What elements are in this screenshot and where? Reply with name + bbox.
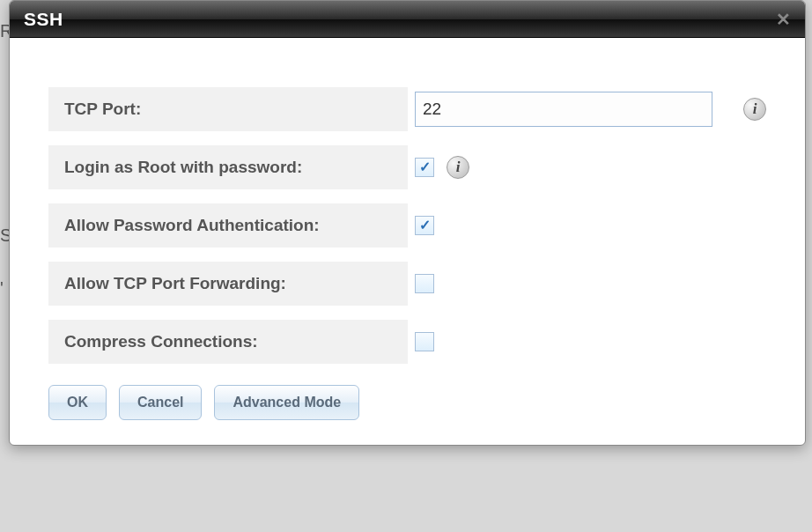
advanced-mode-button[interactable]: Advanced Mode bbox=[214, 385, 359, 420]
info-icon[interactable]: i bbox=[447, 156, 469, 179]
ok-button[interactable]: OK bbox=[48, 385, 107, 420]
close-icon[interactable]: ✕ bbox=[776, 9, 791, 30]
row-allow-pw-auth: Allow Password Authentication: bbox=[48, 203, 766, 248]
label-login-root: Login as Root with password: bbox=[48, 145, 408, 189]
dialog-body: TCP Port: i Login as Root with password:… bbox=[10, 38, 805, 445]
dialog-title: SSH bbox=[24, 9, 776, 30]
button-row: OK Cancel Advanced Mode bbox=[48, 385, 766, 420]
row-allow-tcp-fwd: Allow TCP Port Forwarding: bbox=[48, 262, 766, 306]
bg-text: ' bbox=[0, 278, 4, 299]
compress-checkbox[interactable] bbox=[415, 332, 434, 351]
cancel-button[interactable]: Cancel bbox=[119, 385, 202, 420]
allow-tcp-fwd-checkbox[interactable] bbox=[415, 274, 434, 293]
row-tcp-port: TCP Port: i bbox=[48, 87, 766, 131]
label-allow-tcp-fwd: Allow TCP Port Forwarding: bbox=[48, 262, 408, 306]
control-login-root: i bbox=[408, 156, 766, 179]
info-icon[interactable]: i bbox=[743, 98, 766, 121]
label-allow-pw-auth: Allow Password Authentication: bbox=[48, 203, 408, 248]
ssh-dialog: SSH ✕ TCP Port: i Login as Root with pas… bbox=[9, 0, 806, 446]
row-compress: Compress Connections: bbox=[48, 320, 766, 364]
tcp-port-input[interactable] bbox=[415, 92, 712, 127]
titlebar: SSH ✕ bbox=[10, 1, 805, 38]
control-allow-tcp-fwd bbox=[408, 274, 766, 293]
allow-pw-auth-checkbox[interactable] bbox=[415, 216, 434, 235]
control-compress bbox=[408, 332, 766, 351]
control-tcp-port: i bbox=[408, 92, 766, 127]
label-compress: Compress Connections: bbox=[48, 320, 408, 364]
login-root-checkbox[interactable] bbox=[415, 158, 434, 177]
label-tcp-port: TCP Port: bbox=[48, 87, 408, 131]
row-login-root: Login as Root with password: i bbox=[48, 145, 766, 189]
control-allow-pw-auth bbox=[408, 216, 766, 235]
